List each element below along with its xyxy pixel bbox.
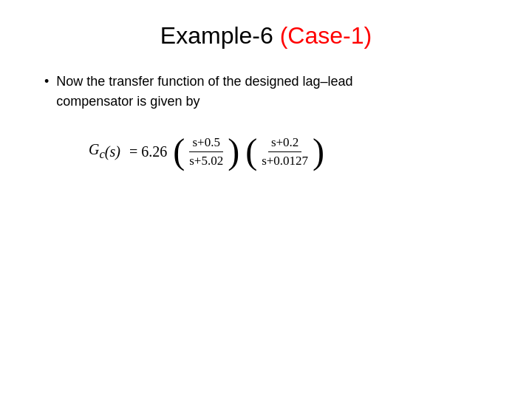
fraction-1: s+0.5 s+5.02 <box>186 135 226 168</box>
open-paren-1: ( <box>173 134 185 169</box>
title-highlight: (Case-1) <box>280 22 372 49</box>
frac2-numerator: s+0.2 <box>268 135 301 152</box>
bullet-line1: Now the transfer function of the designe… <box>56 74 352 89</box>
slide-container: Example-6 (Case-1) • Now the transfer fu… <box>0 0 532 399</box>
gc-arg: (s) <box>105 143 120 160</box>
bullet-line2: compensator is given by <box>56 94 200 109</box>
frac1-denominator: s+5.02 <box>186 152 226 168</box>
open-paren-2: ( <box>245 134 257 169</box>
frac1-numerator: s+0.5 <box>189 135 222 152</box>
title-prefix: Example-6 <box>160 22 280 49</box>
bullet-paragraph: Now the transfer function of the designe… <box>56 72 352 112</box>
math-expression: Gc (s) = 6.26 ( s+0.5 s+5.02 ) ( s+0.2 s… <box>89 134 324 169</box>
gc-subscript: c <box>99 147 104 161</box>
fraction-2: s+0.2 s+0.0127 <box>259 135 311 168</box>
content-area: • Now the transfer function of the desig… <box>37 72 495 169</box>
gc-symbol: Gc <box>89 141 105 162</box>
frac2-denominator: s+0.0127 <box>259 152 311 168</box>
bullet-dot: • <box>44 72 49 92</box>
equals-value: = 6.26 <box>129 143 167 160</box>
math-area: Gc (s) = 6.26 ( s+0.5 s+5.02 ) ( s+0.2 s… <box>89 134 495 169</box>
close-paren-2: ) <box>313 134 324 169</box>
close-paren-1: ) <box>228 134 239 169</box>
bullet-text-row: • Now the transfer function of the desig… <box>44 72 495 112</box>
title-area: Example-6 (Case-1) <box>37 22 495 50</box>
bullet-item: • Now the transfer function of the desig… <box>44 72 495 112</box>
